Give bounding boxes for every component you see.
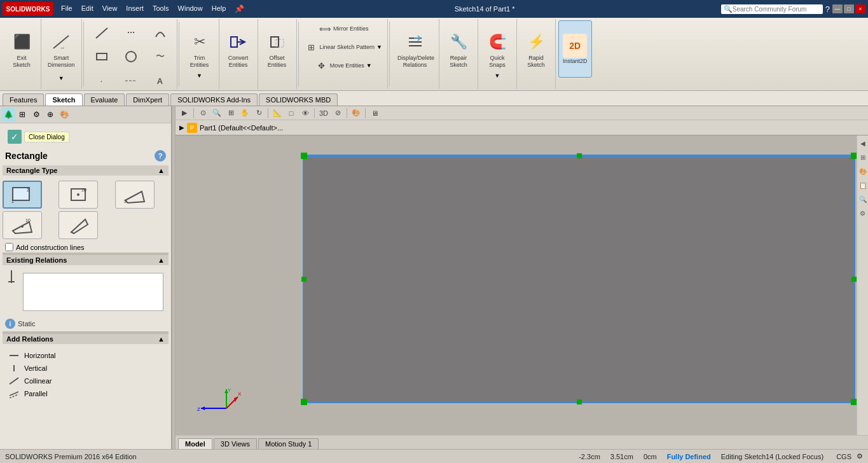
svg-rect-6 <box>231 37 237 47</box>
tab-sketch[interactable]: Sketch <box>45 93 82 106</box>
toolbar-group-display: Display/DeleteRelations <box>391 19 439 89</box>
offset-entities-button[interactable]: OffsetEntities <box>261 20 294 78</box>
trim-dropdown[interactable]: ▼ <box>196 73 202 79</box>
zoom-selection-button[interactable]: 🔍 <box>210 107 223 119</box>
maximize-button[interactable]: □ <box>844 4 854 13</box>
add-relations-collapse[interactable]: ▲ <box>158 335 165 343</box>
appearance-icon[interactable]: 🎨 <box>57 107 71 121</box>
ok-button[interactable]: ✓ <box>8 130 22 144</box>
trim-entities-button[interactable]: ✂ TrimEntities <box>183 20 216 78</box>
zoom-all-button[interactable]: ⊙ <box>196 107 209 119</box>
mirror-entities-button[interactable]: ⟺ Mirror Entities <box>316 20 371 37</box>
pan-button[interactable]: ✋ <box>238 107 251 119</box>
tab-dimxpert[interactable]: DimXpert <box>126 93 169 106</box>
tab-model[interactable]: Model <box>178 438 212 449</box>
parallel-relation-item[interactable]: Parallel <box>5 387 166 400</box>
arc-tool-button[interactable] <box>146 20 174 45</box>
existing-relations-header: Existing Relations ▲ <box>3 255 169 265</box>
feature-tree-icon[interactable]: 🌲 <box>1 107 15 121</box>
display-delete-button[interactable]: Display/DeleteRelations <box>394 20 436 78</box>
line-tool-button[interactable] <box>88 20 116 45</box>
rect-tool-button[interactable] <box>88 45 116 69</box>
corner-rect-button[interactable]: 1 2 <box>3 181 42 209</box>
right-icon-2[interactable]: 🎨 <box>858 166 868 176</box>
right-expand-icon[interactable]: ◀ <box>858 138 868 148</box>
close-button[interactable]: × <box>855 4 865 13</box>
tab-features[interactable]: Features <box>3 93 44 106</box>
point-tool-button[interactable]: · <box>88 69 116 93</box>
parallelogram-button[interactable] <box>59 211 98 239</box>
smart-dim-dropdown[interactable]: ▼ <box>59 75 64 81</box>
view-3d-button[interactable]: 3D <box>317 107 330 119</box>
menu-edit[interactable]: Edit <box>78 3 97 15</box>
config-manager-icon[interactable]: ⚙ <box>29 107 43 121</box>
corner-marker-bl <box>301 399 307 405</box>
hide-show-button[interactable]: 👁 <box>299 107 312 119</box>
collinear-relation-item[interactable]: Collinear <box>5 375 166 387</box>
tab-solidworks-addins[interactable]: SOLIDWORKS Add-Ins <box>170 93 258 106</box>
expand-left-button[interactable]: ▶ <box>178 107 191 119</box>
smart-dimension-button[interactable]: ↔ SmartDimension <box>44 20 79 78</box>
tab-evaluate[interactable]: Evaluate <box>84 93 125 106</box>
search-box[interactable]: 🔍 <box>721 4 823 14</box>
convert-entities-button[interactable]: ConvertEntities <box>222 20 255 78</box>
canvas-main[interactable]: Z Y X ◀ ⊞ 🎨 📋 🔍 ⚙ <box>176 135 868 435</box>
property-manager-icon[interactable]: ⊞ <box>15 107 29 121</box>
menu-insert[interactable]: Insert <box>122 3 148 15</box>
three-pt-corner-button[interactable]: 3 <box>115 181 155 209</box>
search-input[interactable] <box>733 6 815 13</box>
minimize-button[interactable]: — <box>832 4 843 13</box>
pin-icon[interactable]: 📌 <box>231 3 248 15</box>
centerline-button[interactable] <box>117 69 145 93</box>
rotate-button[interactable]: ↻ <box>252 107 265 119</box>
rect-type-collapse[interactable]: ▲ <box>158 167 165 174</box>
svg-rect-8 <box>271 37 279 47</box>
center-rect-button[interactable]: 10 <box>59 181 98 209</box>
menu-bar: File Edit View Insert Tools Window Help … <box>57 3 248 15</box>
right-icon-4[interactable]: 🔍 <box>858 194 868 204</box>
text-tool-button[interactable]: A <box>146 69 174 93</box>
tab-motion-study[interactable]: Motion Study 1 <box>258 438 319 449</box>
menu-tools[interactable]: Tools <box>149 3 173 15</box>
move-entities-button[interactable]: ✥ Move Entities ▼ <box>313 57 375 74</box>
tab-solidworks-mbd[interactable]: SOLIDWORKS MBD <box>259 93 338 106</box>
right-icon-3[interactable]: 📋 <box>858 180 868 190</box>
rapid-sketch-button[interactable]: ⚡ RapidSketch <box>520 20 553 78</box>
help-button[interactable]: ? <box>155 150 166 162</box>
tab-3d-views[interactable]: 3D Views <box>214 438 257 449</box>
linear-dropdown[interactable]: ▼ <box>376 44 382 50</box>
view-orientations-button[interactable]: 📐 <box>271 107 284 119</box>
question-icon[interactable]: ? <box>825 4 830 14</box>
tree-expand-button[interactable]: ▶ <box>179 124 184 131</box>
appearance-button[interactable]: 🎨 <box>350 107 362 119</box>
horizontal-relation-item[interactable]: Horizontal <box>5 349 166 362</box>
linear-pattern-button[interactable]: ⊞ Linear Sketch Pattern ▼ <box>303 39 385 55</box>
exit-sketch-button[interactable]: ⬛ ExitSketch <box>5 20 38 78</box>
right-icon-5[interactable]: ⚙ <box>858 208 868 218</box>
menu-view[interactable]: View <box>99 3 121 15</box>
svg-text:1: 1 <box>11 199 14 204</box>
zoom-area-button[interactable]: ⊞ <box>224 107 237 119</box>
quick-snaps-button[interactable]: 🧲 QuickSnaps <box>481 20 514 78</box>
spline-tool-button[interactable]: 〜 <box>146 45 174 69</box>
monitor-button[interactable]: 🖥 <box>368 107 381 119</box>
move-dropdown[interactable]: ▼ <box>366 62 372 69</box>
circle-tool-button[interactable] <box>117 45 145 69</box>
smart-sketch-dropdown[interactable]: ⋯ <box>117 20 145 45</box>
menu-window[interactable]: Window <box>174 3 207 15</box>
three-pt-center-button[interactable]: 10 <box>3 211 42 239</box>
snaps-dropdown[interactable]: ▼ <box>495 73 500 79</box>
display-style-button[interactable]: □ <box>285 107 298 119</box>
existing-relations-collapse[interactable]: ▲ <box>158 256 165 264</box>
menu-file[interactable]: File <box>57 3 76 15</box>
instant2d-button[interactable]: 2D Instant2D <box>558 20 592 78</box>
repair-sketch-button[interactable]: 🔧 RepairSketch <box>442 20 475 78</box>
right-icon-1[interactable]: ⊞ <box>858 152 868 162</box>
dim-xpert-icon[interactable]: ⊕ <box>43 107 57 121</box>
secondary-toolbar: ▶ ⊙ 🔍 ⊞ ✋ ↻ 📐 □ 👁 3D ⊘ 🎨 🖥 <box>176 106 868 120</box>
add-construction-checkbox[interactable] <box>5 243 13 251</box>
vertical-relation-item[interactable]: Vertical <box>5 362 166 375</box>
units-settings-icon[interactable]: ⚙ <box>857 452 863 460</box>
menu-help[interactable]: Help <box>208 3 230 15</box>
section-view-button[interactable]: ⊘ <box>331 107 344 119</box>
